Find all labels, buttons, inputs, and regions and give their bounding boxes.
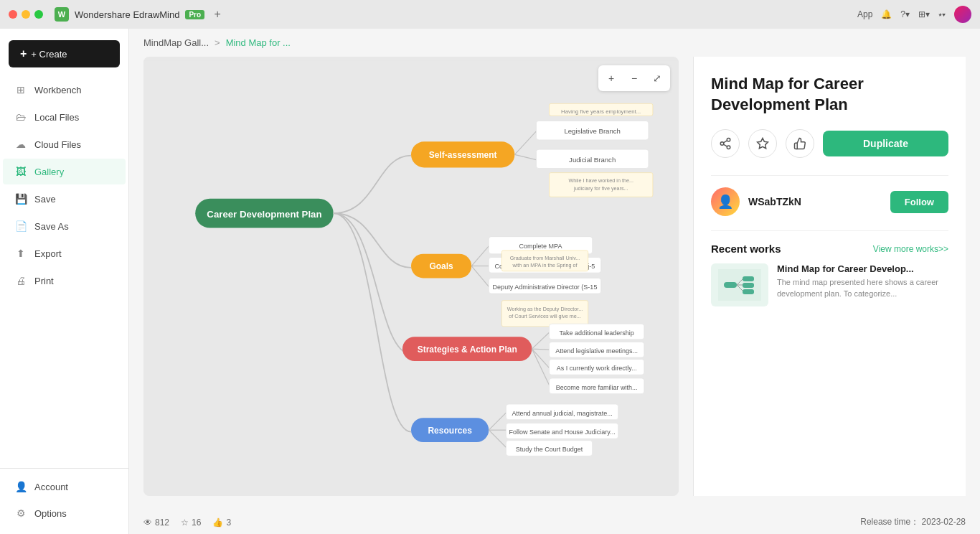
- zoom-out-button[interactable]: −: [624, 68, 644, 88]
- app-title: Wondershare EdrawMind: [75, 9, 179, 20]
- recent-works-label: Recent works: [711, 243, 781, 255]
- view-more-link[interactable]: View more works>>: [873, 244, 948, 254]
- follow-button[interactable]: Follow: [890, 191, 948, 213]
- likes-count: 3: [226, 517, 231, 528]
- user-avatar[interactable]: [954, 6, 971, 23]
- app-button[interactable]: App: [857, 9, 872, 19]
- svg-point-60: [727, 146, 730, 149]
- save-icon: 💾: [14, 192, 27, 205]
- svg-text:Follow Senate and House Judici: Follow Senate and House Judiciary...: [509, 428, 615, 436]
- breadcrumb: MindMap Gall... > Mind Map for ...: [129, 29, 980, 57]
- svg-text:Become more familiar with...: Become more familiar with...: [556, 384, 638, 391]
- svg-rect-71: [743, 289, 754, 294]
- gallery-icon: 🖼: [14, 165, 27, 178]
- svg-text:Attend legislative meetings...: Attend legislative meetings...: [555, 347, 638, 355]
- breadcrumb-current: Mind Map for ...: [226, 37, 291, 48]
- svg-text:Goals: Goals: [429, 261, 453, 271]
- sidebar-label-save-as: Save As: [34, 221, 69, 232]
- svg-rect-70: [743, 283, 754, 288]
- sidebar-item-cloud-files[interactable]: ☁ Cloud Files: [3, 131, 126, 157]
- sidebar-item-print[interactable]: 🖨 Print: [3, 268, 126, 294]
- svg-point-58: [727, 139, 730, 142]
- sidebar-label-cloud-files: Cloud Files: [34, 139, 81, 150]
- svg-text:While I have worked in the...: While I have worked in the...: [568, 177, 633, 184]
- recent-works-title: Recent works View more works>>: [711, 243, 948, 255]
- titlebar-right: App 🔔 ?▾ ⊞▾ ⭑▾: [857, 6, 971, 23]
- sidebar-item-account[interactable]: 👤 Account: [3, 474, 126, 500]
- rp-user: 👤 WSabTZkN Follow: [711, 187, 948, 216]
- minimize-button[interactable]: [22, 10, 30, 19]
- svg-text:Deputy Administrative Director: Deputy Administrative Director (S-15: [493, 284, 598, 291]
- pro-badge: Pro: [185, 10, 204, 19]
- svg-text:Study the Court Budget: Study the Court Budget: [516, 446, 583, 453]
- new-tab-button[interactable]: +: [210, 7, 225, 22]
- breadcrumb-separator: >: [215, 37, 220, 48]
- sidebar-label-save: Save: [34, 194, 56, 205]
- user-icon: 👤: [14, 480, 27, 493]
- breadcrumb-parent[interactable]: MindMap Gall...: [143, 37, 209, 48]
- views-icon: 👁: [143, 517, 152, 528]
- sidebar-label-options: Options: [34, 508, 67, 519]
- views-count: 812: [155, 517, 169, 528]
- zoom-in-button[interactable]: +: [601, 68, 621, 88]
- grid-view-icon[interactable]: ⊞▾: [918, 9, 930, 19]
- create-button[interactable]: + + Create: [9, 40, 120, 67]
- views-stat: 👁 812: [143, 517, 169, 528]
- mindmap-container[interactable]: + − ⤢ Career Development Plan: [143, 57, 679, 496]
- svg-rect-69: [743, 276, 754, 281]
- notification-icon[interactable]: 🔔: [881, 9, 892, 19]
- settings-icon: ⚙: [14, 507, 27, 520]
- stars-count: 16: [192, 517, 201, 528]
- rp-actions: Duplicate: [711, 129, 948, 158]
- sidebar-label-local-files: Local Files: [34, 112, 79, 123]
- traffic-lights: [9, 10, 43, 19]
- close-button[interactable]: [9, 10, 17, 19]
- sidebar-item-export[interactable]: ⬆ Export: [3, 240, 126, 266]
- grid-icon: ⊞: [14, 83, 27, 96]
- sidebar-item-gallery[interactable]: 🖼 Gallery: [3, 159, 126, 184]
- svg-point-59: [720, 142, 724, 146]
- svg-text:Attend annual judicial, magist: Attend annual judicial, magistrate...: [512, 410, 612, 417]
- sidebar-bottom: 👤 Account ⚙ Options: [0, 468, 128, 527]
- sidebar-item-save[interactable]: 💾 Save: [3, 186, 126, 212]
- svg-line-61: [723, 144, 727, 146]
- recent-card[interactable]: Mind Map for Career Develop... The mind …: [711, 263, 948, 306]
- cloud-icon: ☁: [14, 138, 27, 151]
- release-date: 2023-02-28: [922, 517, 966, 527]
- share-button[interactable]: [711, 129, 740, 158]
- svg-text:Graduate from Marshall Univ...: Graduate from Marshall Univ...: [510, 255, 580, 261]
- svg-text:Career Development Plan: Career Development Plan: [207, 209, 321, 220]
- save-as-icon: 📄: [14, 220, 27, 233]
- star-icon[interactable]: ⭑▾: [938, 9, 946, 19]
- like-button[interactable]: [786, 129, 814, 158]
- svg-text:Having five years employment..: Having five years employment...: [561, 108, 641, 115]
- maximize-button[interactable]: [34, 10, 43, 19]
- help-icon[interactable]: ?▾: [900, 9, 910, 19]
- svg-text:of Court Services will give me: of Court Services will give me...: [509, 313, 580, 319]
- app-icon: W: [55, 7, 69, 22]
- duplicate-button[interactable]: Duplicate: [823, 131, 948, 156]
- svg-text:judiciary for five years...: judiciary for five years...: [573, 185, 628, 192]
- stats-right: Release time： 2023-02-28: [860, 516, 966, 528]
- card-info: Mind Map for Career Develop... The mind …: [777, 263, 948, 299]
- rp-user-avatar: 👤: [711, 187, 740, 216]
- rp-username: WSabTZkN: [748, 196, 882, 207]
- likes-icon: 👍: [212, 517, 223, 528]
- sidebar-item-workbench[interactable]: ⊞ Workbench: [3, 77, 126, 103]
- sidebar-label-export: Export: [34, 248, 62, 259]
- titlebar: W Wondershare EdrawMind Pro + App 🔔 ?▾ ⊞…: [0, 0, 980, 29]
- divider: [711, 175, 948, 176]
- right-panel: Mind Map for Career Development Plan: [693, 57, 966, 496]
- svg-rect-65: [724, 282, 737, 288]
- viewer-panel: + − ⤢ Career Development Plan: [129, 57, 980, 510]
- sidebar-item-save-as[interactable]: 📄 Save As: [3, 213, 126, 239]
- create-label: + Create: [31, 49, 67, 60]
- fullscreen-button[interactable]: ⤢: [647, 68, 667, 88]
- svg-text:Strategies & Action Plan: Strategies & Action Plan: [418, 345, 517, 355]
- svg-text:with an MPA in the Spring of: with an MPA in the Spring of: [512, 262, 578, 268]
- svg-text:Complete MPA: Complete MPA: [519, 243, 562, 250]
- sidebar-item-options[interactable]: ⚙ Options: [3, 500, 126, 526]
- sidebar-item-local-files[interactable]: 🗁 Local Files: [3, 104, 126, 130]
- star-button[interactable]: [748, 129, 777, 158]
- stars-stat: ☆ 16: [181, 517, 201, 528]
